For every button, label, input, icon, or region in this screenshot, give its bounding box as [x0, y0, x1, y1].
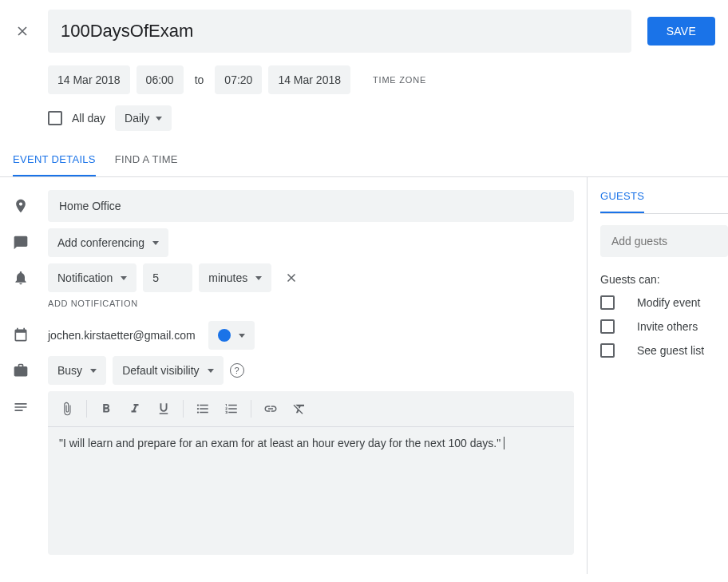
- conferencing-icon: [13, 235, 48, 251]
- description-text: "I will learn and prepare for an exam fo…: [59, 437, 500, 449]
- end-time-picker[interactable]: 07:20: [215, 65, 262, 94]
- tab-find-time[interactable]: FIND A TIME: [115, 153, 178, 176]
- availability-value: Busy: [57, 364, 82, 377]
- tab-guests[interactable]: GUESTS: [600, 190, 644, 213]
- notification-type-dropdown[interactable]: Notification: [48, 263, 136, 292]
- modify-event-checkbox[interactable]: [600, 295, 615, 310]
- end-date-picker[interactable]: 14 Mar 2018: [268, 65, 350, 94]
- chevron-down-icon: [121, 276, 127, 280]
- guests-can-label: Guests can:: [600, 273, 728, 286]
- close-icon: [14, 23, 30, 39]
- to-label: to: [190, 73, 209, 86]
- add-notification-button[interactable]: ADD NOTIFICATION: [48, 299, 574, 308]
- bold-icon: [99, 402, 113, 416]
- chevron-down-icon: [208, 369, 214, 373]
- start-date-picker[interactable]: 14 Mar 2018: [48, 65, 130, 94]
- bullet-list-icon: [196, 402, 210, 416]
- close-button[interactable]: [13, 22, 32, 41]
- toolbar-separator: [86, 400, 87, 418]
- visibility-dropdown[interactable]: Default visibility: [113, 356, 223, 385]
- chevron-down-icon: [90, 369, 97, 373]
- remove-notification-button[interactable]: [278, 271, 305, 285]
- allday-checkbox[interactable]: [48, 111, 62, 125]
- invite-others-label: Invite others: [637, 320, 698, 333]
- attachment-icon: [60, 402, 74, 416]
- description-editor[interactable]: "I will learn and prepare for an exam fo…: [48, 427, 574, 555]
- numbered-list-button[interactable]: [219, 396, 244, 422]
- calendar-email: jochen.kirstaetter@gmail.com: [48, 329, 196, 342]
- bullet-list-button[interactable]: [190, 396, 216, 422]
- availability-dropdown[interactable]: Busy: [48, 356, 106, 385]
- help-icon[interactable]: ?: [230, 363, 244, 378]
- allday-label: All day: [72, 112, 105, 125]
- notification-value-input[interactable]: [143, 263, 192, 292]
- clear-format-button[interactable]: [287, 396, 312, 422]
- attach-button[interactable]: [54, 396, 80, 422]
- timezone-button[interactable]: TIME ZONE: [373, 75, 426, 85]
- start-time-picker[interactable]: 06:00: [136, 65, 184, 94]
- modify-event-label: Modify event: [637, 296, 700, 309]
- link-icon: [263, 402, 278, 416]
- visibility-value: Default visibility: [122, 364, 199, 377]
- notification-icon: [13, 270, 48, 286]
- underline-button[interactable]: [151, 396, 176, 422]
- conferencing-dropdown[interactable]: Add conferencing: [48, 228, 168, 257]
- bold-button[interactable]: [93, 396, 119, 422]
- chevron-down-icon: [255, 276, 262, 280]
- toolbar-separator: [251, 400, 251, 418]
- add-guests-input[interactable]: [600, 225, 728, 257]
- notification-unit-dropdown[interactable]: minutes: [199, 263, 271, 292]
- clear-format-icon: [292, 402, 307, 416]
- repeat-value: Daily: [125, 112, 149, 125]
- description-icon: [13, 391, 48, 415]
- chevron-down-icon: [152, 241, 159, 245]
- tab-event-details[interactable]: EVENT DETAILS: [13, 153, 96, 176]
- notification-type-value: Notification: [57, 271, 113, 284]
- italic-icon: [128, 402, 142, 416]
- event-title-input[interactable]: [48, 10, 631, 53]
- underline-icon: [156, 402, 171, 416]
- italic-button[interactable]: [122, 396, 148, 422]
- location-input[interactable]: [48, 190, 574, 222]
- link-button[interactable]: [258, 396, 283, 422]
- invite-others-checkbox[interactable]: [600, 319, 615, 334]
- repeat-dropdown[interactable]: Daily: [115, 105, 172, 131]
- chevron-down-icon: [239, 334, 245, 338]
- numbered-list-icon: [224, 402, 239, 416]
- chevron-down-icon: [156, 117, 162, 121]
- toolbar-separator: [183, 400, 184, 418]
- notification-unit-value: minutes: [208, 271, 247, 284]
- color-picker[interactable]: [208, 321, 255, 350]
- save-button[interactable]: SAVE: [647, 17, 715, 46]
- see-guest-list-label: See guest list: [637, 344, 704, 357]
- color-dot-icon: [218, 329, 231, 342]
- location-icon: [13, 198, 48, 214]
- see-guest-list-checkbox[interactable]: [600, 343, 615, 358]
- close-icon: [284, 271, 299, 285]
- calendar-icon: [13, 327, 48, 343]
- briefcase-icon: [13, 362, 48, 378]
- conferencing-label: Add conferencing: [57, 236, 144, 249]
